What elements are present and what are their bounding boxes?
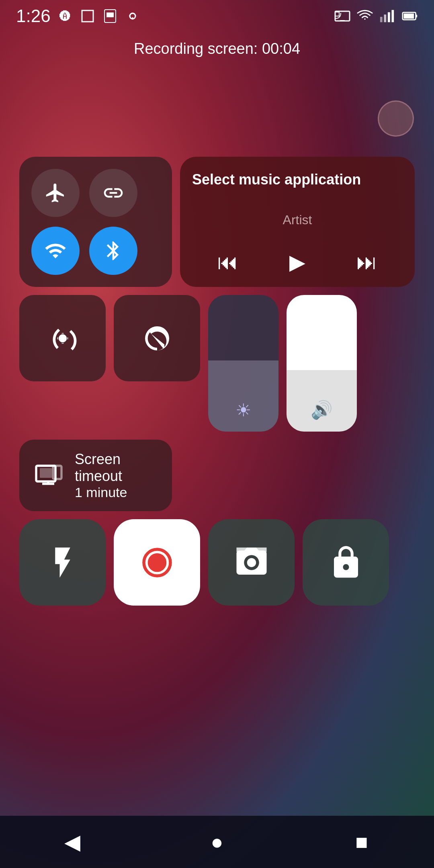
svg-rect-10 bbox=[391, 10, 394, 22]
music-artist: Artist bbox=[192, 188, 403, 252]
conn-row1 bbox=[31, 169, 160, 217]
screen-timeout-icon bbox=[34, 461, 63, 490]
volume-icon: 🔊 bbox=[311, 399, 333, 420]
flashlight-icon bbox=[45, 545, 81, 581]
status-icon-a: 🅐 bbox=[57, 8, 73, 24]
screenshot-icon bbox=[233, 545, 270, 581]
svg-rect-16 bbox=[40, 468, 52, 478]
flashlight-button[interactable] bbox=[19, 519, 106, 606]
status-icon-at bbox=[125, 8, 141, 24]
record-screen-button[interactable] bbox=[114, 519, 200, 606]
battery-icon bbox=[402, 8, 418, 24]
record-icon bbox=[139, 545, 175, 581]
screen-timeout-row: Screen timeout 1 minute bbox=[19, 440, 415, 511]
prev-button[interactable]: ⏮ bbox=[217, 252, 238, 272]
status-icon-sim bbox=[102, 8, 118, 24]
do-not-disturb-button[interactable] bbox=[114, 295, 200, 381]
rotation-lock-button[interactable] bbox=[19, 295, 106, 381]
music-controls: ⏮ ▶ ⏭ bbox=[192, 252, 403, 272]
lock-button[interactable] bbox=[303, 519, 389, 606]
wifi-button[interactable] bbox=[31, 227, 80, 275]
connectivity-panel bbox=[19, 157, 172, 287]
status-right bbox=[334, 8, 418, 24]
svg-rect-21 bbox=[256, 547, 266, 552]
airplane-mode-button[interactable] bbox=[31, 169, 80, 217]
recents-button[interactable]: ■ bbox=[346, 826, 378, 858]
controls-row: ☀ 🔊 bbox=[19, 295, 415, 432]
svg-rect-17 bbox=[53, 466, 61, 479]
status-time: 1:26 bbox=[16, 6, 51, 26]
music-app-title: Select music application bbox=[192, 171, 403, 188]
volume-slider[interactable]: 🔊 bbox=[287, 295, 357, 432]
screen-timeout-value: 1 minute bbox=[75, 485, 158, 500]
record-circle[interactable] bbox=[378, 100, 414, 137]
svg-rect-0 bbox=[82, 10, 93, 22]
control-center: Select music application Artist ⏮ ▶ ⏭ ☀ … bbox=[19, 157, 415, 606]
status-icon-square bbox=[80, 8, 96, 24]
brightness-slider[interactable]: ☀ bbox=[208, 295, 278, 432]
status-bar: 1:26 🅐 bbox=[0, 0, 434, 32]
svg-rect-20 bbox=[236, 547, 247, 552]
recording-label: Recording screen: 00:04 bbox=[0, 40, 434, 57]
status-left: 1:26 🅐 bbox=[16, 6, 141, 26]
cast-icon bbox=[334, 8, 350, 24]
svg-rect-12 bbox=[404, 14, 414, 19]
nav-bar: ◀ ● ■ bbox=[0, 816, 434, 868]
connectivity-music-row: Select music application Artist ⏮ ▶ ⏭ bbox=[19, 157, 415, 287]
svg-point-14 bbox=[59, 335, 66, 342]
back-button[interactable]: ◀ bbox=[56, 826, 88, 858]
svg-rect-5 bbox=[340, 20, 345, 21]
svg-rect-9 bbox=[388, 12, 390, 22]
svg-point-19 bbox=[149, 555, 165, 570]
play-button[interactable]: ▶ bbox=[289, 252, 305, 272]
music-panel: Select music application Artist ⏮ ▶ ⏭ bbox=[180, 157, 415, 287]
screen-timeout-button[interactable]: Screen timeout 1 minute bbox=[19, 440, 172, 511]
signal-icon bbox=[379, 8, 395, 24]
link-button[interactable] bbox=[89, 169, 137, 217]
svg-rect-2 bbox=[106, 12, 114, 17]
screenshot-button[interactable] bbox=[208, 519, 295, 606]
brightness-icon: ☀ bbox=[235, 400, 251, 420]
home-button[interactable]: ● bbox=[201, 826, 233, 858]
screen-timeout-text: Screen timeout 1 minute bbox=[75, 451, 158, 500]
lock-icon bbox=[328, 545, 364, 581]
next-button[interactable]: ⏭ bbox=[356, 252, 377, 272]
svg-rect-7 bbox=[380, 17, 383, 22]
conn-row2 bbox=[31, 227, 160, 275]
svg-rect-13 bbox=[416, 14, 418, 17]
wifi-status-icon bbox=[357, 8, 373, 24]
screen-timeout-title: Screen timeout bbox=[75, 451, 158, 485]
bluetooth-button[interactable] bbox=[89, 227, 137, 275]
action-tiles-row bbox=[19, 519, 415, 606]
svg-rect-8 bbox=[384, 14, 386, 22]
